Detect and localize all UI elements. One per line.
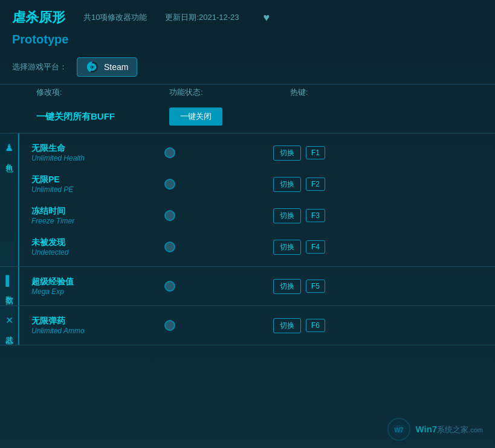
mod-name-cn: 超级经验值 [31,277,164,287]
mod-hotkey-area: 切换F2 [273,177,325,192]
switch-button[interactable]: 切换 [273,177,301,192]
column-headers: 修改项: 功能状态: 热键: [0,84,495,100]
header: 虐杀原形 共10项修改器功能 更新日期:2021-12-23 ♥ [0,0,495,31]
hotkey-key: F2 [306,178,325,191]
mod-names: 无限弹药Unlimited Ammo [31,316,164,335]
section-1: ▌数据超级经验值Mega Exp切换F5 [0,267,495,306]
mod-toggle-area [164,320,273,331]
switch-button[interactable]: 切换 [273,208,301,223]
svg-text:W7: W7 [395,427,404,434]
section-icon-1: ▌ [5,275,12,286]
mod-row-0-2: 冻结时间Freeze Timer切换F3 [19,200,495,231]
mod-row-0-1: 无限PEUnlimited PE切换F2 [19,168,495,200]
toggle-circle[interactable] [164,210,175,221]
content-area: ♟角色无限生命Unlimited Health切换F1无限PEUnlimited… [0,133,495,448]
section-rows-1: 超级经验值Mega Exp切换F5 [19,267,495,306]
buff-row: 一键关闭所有BUFF 一键关闭 [0,100,495,133]
mod-hotkey-area: 切换F5 [273,279,325,294]
mod-toggle-area [164,179,273,190]
hotkey-key: F3 [306,209,325,222]
hotkey-key: F1 [306,146,325,159]
mod-names: 无限PEUnlimited PE [31,174,164,194]
mod-name-en: Unlimited Ammo [31,327,164,335]
section-icon-2: ✕ [5,315,13,326]
hotkey-key: F4 [306,240,325,254]
buff-label: 一键关闭所有BUFF [36,111,169,123]
section-label-0: 角色 [4,157,15,159]
mod-toggle-area [164,147,273,158]
mod-name-en: Mega Exp [31,287,164,296]
section-0: ♟角色无限生命Unlimited Health切换F1无限PEUnlimited… [0,133,495,267]
app-container: 虐杀原形 共10项修改器功能 更新日期:2021-12-23 ♥ Prototy… [0,0,495,448]
mod-name-en: Undetected [31,248,164,257]
steam-label: Steam [104,62,128,72]
section-rows-0: 无限生命Unlimited Health切换F1无限PEUnlimited PE… [19,133,495,266]
mod-hotkey-area: 切换F1 [273,146,325,161]
col-status-header: 功能状态: [169,87,290,98]
section-side-0: ♟角色 [0,133,19,266]
mod-name-cn: 无限PE [31,174,164,185]
switch-button[interactable]: 切换 [273,279,301,294]
section-label-1: 数据 [4,290,15,292]
switch-button[interactable]: 切换 [273,240,301,255]
mod-name-en: Freeze Timer [31,217,164,225]
mod-names: 超级经验值Mega Exp [31,277,164,296]
hotkey-key: F5 [306,280,325,293]
mod-name-cn: 冻结时间 [31,206,164,217]
watermark: W7 Win7系统之家.com [387,418,483,441]
platform-row: 选择游戏平台： Steam [0,53,495,84]
mod-name-cn: 无限弹药 [31,316,164,327]
platform-label: 选择游戏平台： [12,62,67,72]
buff-close-button[interactable]: 一键关闭 [169,107,222,126]
game-title-cn: 虐杀原形 [12,8,65,27]
section-icon-0: ♟ [5,142,13,153]
toggle-circle[interactable] [164,179,175,190]
mod-toggle-area [164,242,273,252]
mod-name-en: Unlimited Health [31,154,164,162]
steam-button[interactable]: Steam [77,57,137,77]
col-mod-header: 修改项: [36,87,169,98]
watermark-win7: Win7 [415,424,437,434]
toggle-circle[interactable] [164,147,175,158]
svg-point-2 [92,66,94,68]
section-label-2: 武器 [4,330,15,332]
toggle-circle[interactable] [164,242,175,252]
section-2: ✕武器无限弹药Unlimited Ammo切换F6 [0,306,495,345]
mod-toggle-area [164,281,273,292]
watermark-text: Win7系统之家.com [415,424,483,435]
mod-hotkey-area: 切换F6 [273,318,325,333]
watermark-com: .com [468,426,483,434]
update-date: 更新日期:2021-12-23 [165,12,239,23]
col-hotkey-header: 热键: [290,87,387,98]
mod-row-0-0: 无限生命Unlimited Health切换F1 [19,137,495,168]
mod-name-cn: 未被发现 [31,237,164,248]
mod-row-1-0: 超级经验值Mega Exp切换F5 [19,270,495,302]
section-side-1: ▌数据 [0,267,19,306]
mod-count: 共10项修改器功能 [83,12,147,23]
mod-hotkey-area: 切换F4 [273,240,325,255]
mod-toggle-area [164,210,273,221]
mod-name-cn: 无限生命 [31,143,164,154]
mod-names: 冻结时间Freeze Timer [31,206,164,225]
switch-button[interactable]: 切换 [273,318,301,333]
mod-hotkey-area: 切换F3 [273,208,325,223]
favorite-icon[interactable]: ♥ [264,11,270,24]
game-title-en: Prototype [0,31,495,53]
win7-logo-icon: W7 [387,418,410,441]
switch-button[interactable]: 切换 [273,146,301,161]
section-side-2: ✕武器 [0,306,19,345]
mod-row-0-3: 未被发现Undetected切换F4 [19,231,495,263]
toggle-circle[interactable] [164,320,175,331]
watermark-site: 系统之家 [437,425,468,434]
hotkey-key: F6 [306,319,325,332]
mod-row-2-0: 无限弹药Unlimited Ammo切换F6 [19,310,495,341]
section-rows-2: 无限弹药Unlimited Ammo切换F6 [19,306,495,345]
mod-name-en: Unlimited PE [31,185,164,194]
steam-icon [86,60,99,74]
mod-names: 无限生命Unlimited Health [31,143,164,162]
mod-names: 未被发现Undetected [31,237,164,257]
toggle-circle[interactable] [164,281,175,292]
